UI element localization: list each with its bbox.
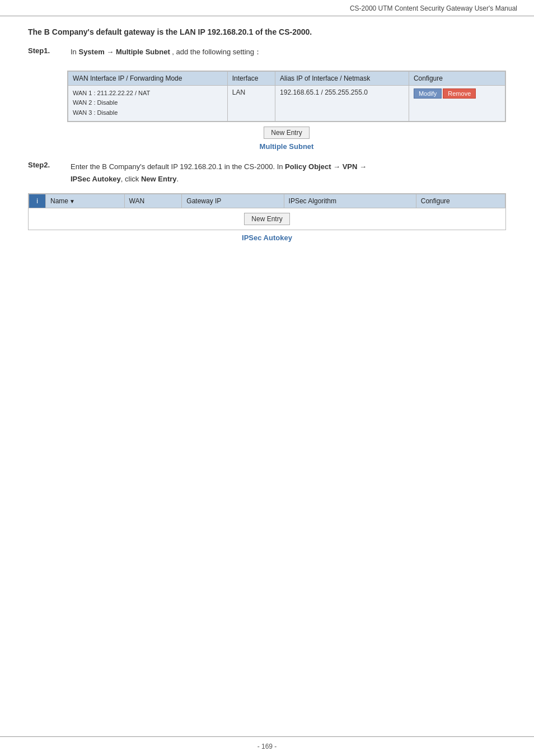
col-wan-interface: WAN Interface IP / Forwarding Mode: [68, 71, 228, 85]
modify-button[interactable]: Modify: [414, 88, 442, 99]
ipsec-new-entry-row: New Entry: [29, 208, 505, 230]
step1-label: Step1.: [28, 46, 67, 55]
ipsec-table: i Name▼ WAN Gateway IP IPSec Algorithm C…: [29, 194, 505, 230]
step1-block: Step1. In System → Multiple Subnet , add…: [28, 46, 506, 58]
page-wrapper: CS-2000 UTM Content Security Gateway Use…: [0, 0, 534, 756]
step2-text3: , click: [121, 175, 141, 183]
ipsec-new-entry-cell: New Entry: [29, 208, 505, 230]
page-footer: - 169 -: [0, 736, 534, 756]
col-gateway-ip: Gateway IP: [182, 194, 284, 208]
step2-text4: .: [177, 175, 179, 183]
table-row: WAN 1 : 211.22.22.22 / NAT WAN 2 : Disab…: [68, 85, 505, 121]
col-wan: WAN: [124, 194, 182, 208]
cell-alias-ip: 192.168.65.1 / 255.255.255.0: [275, 85, 409, 121]
step1-text-suffix: , add the following setting：: [170, 48, 261, 56]
ipsec-caption: IPSec Autokey: [28, 234, 506, 242]
page-number: - 169 -: [257, 743, 277, 750]
ipsec-section: i Name▼ WAN Gateway IP IPSec Algorithm C…: [28, 193, 506, 242]
col-i: i: [29, 194, 46, 208]
multiple-subnet-new-entry-button[interactable]: New Entry: [264, 127, 309, 139]
name-sort-icon: ▼: [69, 198, 75, 204]
step1-text: In System → Multiple Subnet , add the fo…: [71, 46, 261, 58]
step1-text-prefix: In: [71, 48, 78, 56]
cell-wan-info: WAN 1 : 211.22.22.22 / NAT WAN 2 : Disab…: [68, 85, 228, 121]
multiple-subnet-table: WAN Interface IP / Forwarding Mode Inter…: [68, 71, 505, 122]
ipsec-new-entry-button[interactable]: New Entry: [244, 213, 289, 225]
col-interface: Interface: [227, 71, 275, 85]
step2-block: Step2. Enter the B Company's default IP …: [28, 161, 506, 185]
col-configure: Configure: [409, 71, 505, 85]
step2-bold2: IPSec Autokey: [71, 175, 121, 183]
multiple-subnet-table-container: WAN Interface IP / Forwarding Mode Inter…: [67, 71, 506, 122]
header-title: CS-2000 UTM Content Security Gateway Use…: [350, 4, 517, 12]
col-ipsec-algorithm: IPSec Algorithm: [284, 194, 416, 208]
col-alias-ip: Alias IP of Interface / Netmask: [275, 71, 409, 85]
remove-button[interactable]: Remove: [443, 88, 476, 99]
new-entry-row: New Entry: [67, 127, 506, 139]
step2-text1: Enter the B Company's default IP 192.168…: [71, 162, 285, 171]
step2-bold3: New Entry: [141, 175, 177, 183]
main-heading: The B Company's default gateway is the L…: [28, 27, 506, 36]
step2-text: Enter the B Company's default IP 192.168…: [71, 161, 367, 185]
cell-interface: LAN: [227, 85, 275, 121]
page-header: CS-2000 UTM Content Security Gateway Use…: [0, 0, 534, 16]
ipsec-table-container: i Name▼ WAN Gateway IP IPSec Algorithm C…: [28, 193, 506, 230]
page-content: The B Company's default gateway is the L…: [0, 16, 534, 736]
col-name: Name▼: [46, 194, 125, 208]
multiple-subnet-caption: Multiple Subnet: [67, 142, 506, 151]
cell-configure-buttons: ModifyRemove: [409, 85, 505, 121]
step2-bold1: Policy Object → VPN →: [285, 162, 367, 171]
col-configure-ipsec: Configure: [416, 194, 505, 208]
multiple-subnet-section: WAN Interface IP / Forwarding Mode Inter…: [67, 71, 506, 151]
step2-label: Step2.: [28, 161, 67, 169]
step1-text-bold: System → Multiple Subnet: [78, 48, 170, 56]
